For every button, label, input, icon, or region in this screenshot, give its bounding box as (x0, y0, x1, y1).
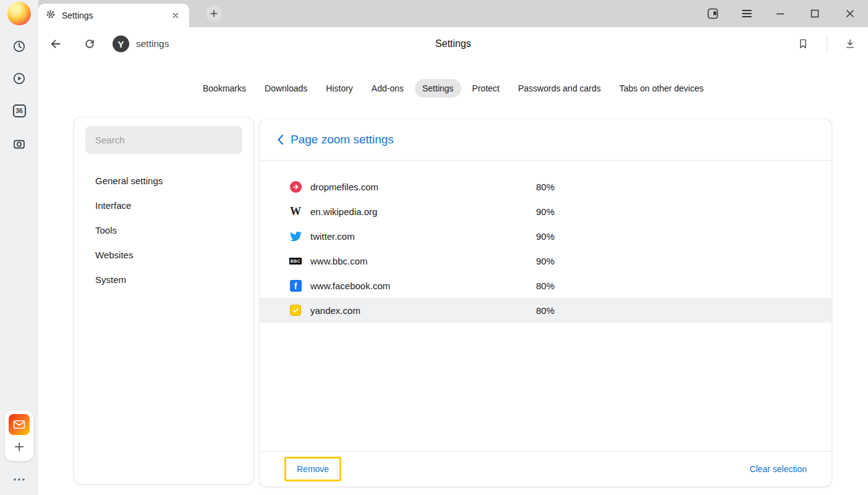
panel-footer: Remove Clear selection (260, 451, 832, 486)
tabstrip: Settings (38, 0, 868, 27)
address-bar[interactable]: Y settings (113, 35, 169, 52)
site-zoom: 90% (536, 231, 555, 242)
back-icon[interactable] (46, 34, 66, 54)
nav-tab-downloads[interactable]: Downloads (257, 79, 315, 98)
profile-avatar[interactable] (7, 2, 31, 25)
facebook-icon: f (289, 279, 302, 292)
add-icon[interactable] (7, 435, 31, 459)
tab-title: Settings (62, 11, 169, 20)
more-dots-icon[interactable] (7, 468, 31, 491)
remove-button[interactable]: Remove (297, 464, 329, 474)
nav-tab-protect[interactable]: Protect (465, 79, 507, 98)
table-row-dropmefiles[interactable]: dropmefiles.com 80% (260, 174, 832, 199)
bookmark-icon[interactable] (793, 34, 813, 54)
screenshot-camera-icon[interactable] (7, 132, 31, 156)
remove-highlight-annotation: Remove (284, 457, 341, 481)
panel-title[interactable]: Page zoom settings (291, 133, 394, 146)
nav-tab-bookmarks[interactable]: Bookmarks (195, 79, 253, 98)
nav-tab-passwords[interactable]: Passwords and cards (511, 79, 608, 98)
table-row-yandex[interactable]: yandex.com 80% (260, 298, 832, 323)
selected-checkbox[interactable] (289, 304, 302, 316)
sidebar-item-general-settings[interactable]: General settings (74, 168, 253, 193)
nav-tab-other-devices[interactable]: Tabs on other devices (612, 79, 711, 98)
sidebar-item-tools[interactable]: Tools (74, 218, 253, 242)
search-input[interactable] (85, 126, 242, 154)
nav-tab-addons[interactable]: Add-ons (364, 79, 411, 98)
toolbar: Y settings Settings (38, 27, 868, 60)
sidebar-item-websites[interactable]: Websites (74, 242, 253, 267)
download-icon[interactable] (840, 34, 860, 54)
tab-count-label: 36 (15, 107, 23, 114)
table-row-twitter[interactable]: twitter.com 90% (260, 224, 832, 248)
twitter-icon (289, 230, 302, 242)
wikipedia-icon: W (289, 205, 302, 218)
site-name: www.bbc.com (310, 256, 368, 266)
site-name: en.wikipedia.org (310, 206, 377, 217)
tab-counter[interactable]: 36 (7, 99, 31, 122)
maximize-icon[interactable] (807, 7, 823, 20)
zoom-sites-list: dropmefiles.com 80% W en.wikipedia.org 9… (260, 161, 832, 323)
page-zoom-card: Page zoom settings dropmefiles.com 80% W… (260, 119, 832, 486)
url-text: settings (136, 38, 169, 49)
site-name: yandex.com (310, 305, 360, 316)
site-zoom: 90% (536, 206, 555, 217)
reload-icon[interactable] (80, 34, 100, 54)
new-tab-button[interactable] (206, 6, 222, 22)
side-panel-icon[interactable] (705, 7, 721, 20)
tab-close-icon[interactable] (169, 9, 182, 22)
nav-tab-history[interactable]: History (318, 79, 360, 98)
settings-content: Bookmarks Downloads History Add-ons Sett… (38, 60, 868, 495)
toolbar-divider (827, 36, 827, 51)
settings-sidebar-card: General settings Interface Tools Website… (74, 117, 253, 484)
site-zoom: 80% (536, 281, 555, 291)
settings-sections: General settings Interface Tools Website… (74, 168, 253, 292)
table-row-bbc[interactable]: BBC www.bbc.com 90% (260, 248, 832, 273)
history-clock-icon[interactable] (7, 35, 31, 58)
sidebar-item-interface[interactable]: Interface (74, 193, 253, 218)
nav-tab-settings[interactable]: Settings (415, 79, 461, 98)
sidebar-item-system[interactable]: System (74, 267, 253, 292)
dropmefiles-icon (289, 180, 302, 193)
back-chevron-icon[interactable] (273, 133, 287, 146)
window-close-icon[interactable] (842, 7, 858, 20)
clear-selection-button[interactable]: Clear selection (749, 464, 807, 474)
panel-header: Page zoom settings (260, 119, 832, 161)
site-name: twitter.com (310, 231, 355, 242)
play-icon[interactable] (7, 67, 31, 90)
browser-window: 36 Settings (0, 0, 868, 495)
left-rail: 36 (0, 0, 38, 495)
tab-settings[interactable]: Settings (38, 4, 189, 27)
yandex-mail-icon[interactable] (9, 414, 30, 435)
site-name: dropmefiles.com (310, 182, 378, 192)
table-row-facebook[interactable]: f www.facebook.com 80% (260, 273, 832, 298)
menu-icon[interactable] (739, 7, 755, 20)
table-row-wikipedia[interactable]: W en.wikipedia.org 90% (260, 199, 832, 224)
site-name: www.facebook.com (310, 281, 390, 291)
site-zoom: 80% (536, 182, 555, 192)
gear-icon (46, 9, 56, 22)
bbc-icon: BBC (289, 255, 302, 267)
settings-nav-tabs: Bookmarks Downloads History Add-ons Sett… (38, 60, 868, 98)
minimize-icon[interactable] (772, 7, 788, 20)
site-favicon: Y (113, 35, 129, 52)
site-zoom: 90% (536, 256, 555, 266)
site-zoom: 80% (536, 305, 555, 316)
